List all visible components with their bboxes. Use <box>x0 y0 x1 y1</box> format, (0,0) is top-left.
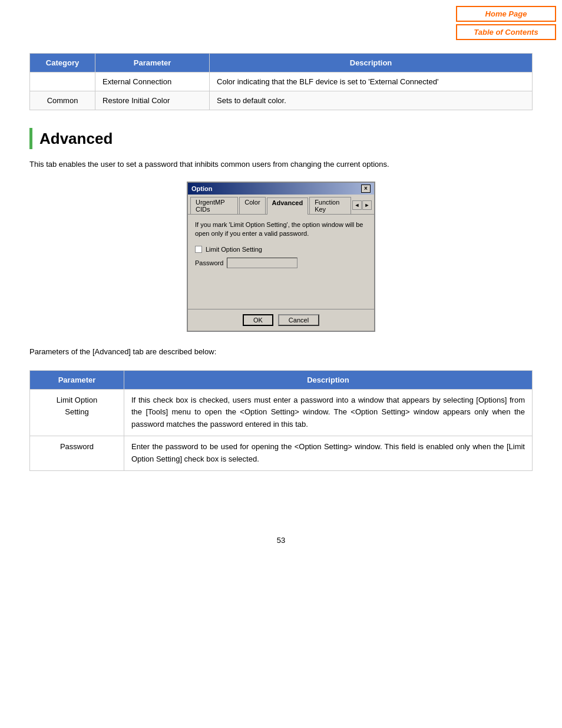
param-cell-desc-0: If this check box is checked, users must… <box>124 389 533 436</box>
section-title: Advanced <box>39 130 113 148</box>
dialog-checkbox-row: Limit Option Setting <box>195 246 367 253</box>
table-row: External Connection Color indicating tha… <box>30 73 533 91</box>
dialog-tab-arrows: ◄ ► <box>352 200 372 210</box>
para-before-table: Parameters of the [Advanced] tab are des… <box>29 346 533 358</box>
cell-parameter-1: Restore Initial Color <box>95 91 210 110</box>
top-table: Category Parameter Description External … <box>29 53 533 110</box>
col-header-description: Description <box>210 54 533 73</box>
dialog-tabs: UrgentMP CIDs Color Advanced Function Ke… <box>188 195 374 215</box>
table-row: Common Restore Initial Color Sets to def… <box>30 91 533 110</box>
top-navigation: Home Page Table of Contents <box>456 6 556 40</box>
dialog-titlebar: Option × <box>188 183 374 195</box>
dialog-password-label: Password <box>195 259 223 266</box>
dialog-tab-color[interactable]: Color <box>239 197 265 214</box>
section-heading: Advanced <box>29 128 533 149</box>
section-body-text: This tab enables the user to set a passw… <box>29 159 533 171</box>
dialog-tab-next-arrow[interactable]: ► <box>362 200 372 210</box>
section-bar-decoration <box>29 128 32 149</box>
dialog-tab-prev-arrow[interactable]: ◄ <box>352 200 362 210</box>
dialog-tab-advanced[interactable]: Advanced <box>267 197 309 215</box>
dialog-info-text: If you mark 'Limit Option Setting', the … <box>195 220 367 239</box>
dialog-checkbox-label: Limit Option Setting <box>206 246 262 253</box>
param-col-header-parameter: Parameter <box>30 370 124 389</box>
param-table: Parameter Description Limit OptionSettin… <box>29 370 533 471</box>
dialog-cancel-button[interactable]: Cancel <box>278 314 319 326</box>
dialog-footer: OK Cancel <box>188 309 374 331</box>
param-cell-param-1: Password <box>30 436 124 470</box>
table-of-contents-button[interactable]: Table of Contents <box>456 24 556 40</box>
dialog-screenshot: Option × UrgentMP CIDs Color Advanced Fu… <box>187 182 375 332</box>
dialog-close-button[interactable]: × <box>361 185 371 193</box>
cell-category-1: Common <box>30 91 95 110</box>
col-header-parameter: Parameter <box>95 54 210 73</box>
home-page-button[interactable]: Home Page <box>456 6 556 22</box>
dialog-ok-button[interactable]: OK <box>243 314 273 326</box>
param-col-header-description: Description <box>124 370 533 389</box>
col-header-category: Category <box>30 54 95 73</box>
dialog-title: Option <box>191 185 212 192</box>
cell-parameter-0: External Connection <box>95 73 210 91</box>
dialog-body: If you mark 'Limit Option Setting', the … <box>188 215 374 309</box>
dialog-tab-functionkey[interactable]: Function Key <box>309 197 351 214</box>
cell-category-0 <box>30 73 95 91</box>
dialog-password-input[interactable] <box>227 258 297 268</box>
dialog-box: Option × UrgentMP CIDs Color Advanced Fu… <box>187 182 375 332</box>
main-content: Category Parameter Description External … <box>0 0 562 524</box>
dialog-tab-urgentmp[interactable]: UrgentMP CIDs <box>190 197 238 214</box>
dialog-checkbox[interactable] <box>195 246 202 253</box>
cell-description-0: Color indicating that the BLF device is … <box>210 73 533 91</box>
cell-description-1: Sets to default color. <box>210 91 533 110</box>
dialog-password-row: Password <box>195 258 367 268</box>
param-cell-param-0: Limit OptionSetting <box>30 389 124 436</box>
param-cell-desc-1: Enter the password to be used for openin… <box>124 436 533 470</box>
table-row: Password Enter the password to be used f… <box>30 436 533 470</box>
page-number: 53 <box>0 524 562 556</box>
table-row: Limit OptionSetting If this check box is… <box>30 389 533 436</box>
